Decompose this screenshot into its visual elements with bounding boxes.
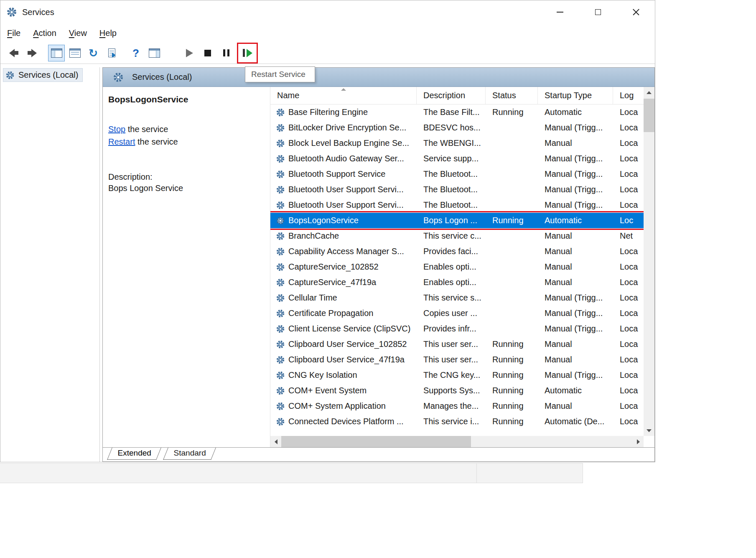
close-button[interactable] (617, 0, 655, 24)
export-list-button[interactable] (103, 45, 120, 61)
refresh-button[interactable]: ↻ (85, 45, 102, 61)
service-row[interactable]: Client License Service (ClipSVC)Provides… (270, 321, 644, 336)
service-name: Bluetooth User Support Servi... (288, 185, 404, 194)
pause-service-button[interactable] (218, 45, 234, 61)
menu-action[interactable]: Action (33, 28, 56, 38)
restart-service-button[interactable] (239, 45, 256, 61)
service-name-cell: COM+ System Application (270, 401, 417, 411)
tab-standard[interactable]: Standard (163, 448, 216, 460)
service-log-on-as: Loca (613, 278, 644, 287)
show-action-pane-button[interactable] (146, 45, 163, 61)
back-button[interactable] (5, 45, 22, 61)
column-header-description[interactable]: Description (417, 87, 486, 104)
services-node-icon (5, 71, 15, 80)
vertical-scrollbar[interactable] (644, 87, 654, 436)
service-description: BDESVC hos... (417, 123, 486, 132)
menu-view[interactable]: View (69, 28, 87, 38)
service-row[interactable]: COM+ Event SystemSupports Sys...RunningA… (270, 383, 644, 398)
column-header-status[interactable]: Status (486, 87, 538, 104)
service-log-on-as: Loca (613, 324, 644, 334)
service-row[interactable]: Block Level Backup Engine Se...The WBENG… (270, 135, 644, 151)
service-row[interactable]: Connected Devices Platform ...This servi… (270, 414, 644, 429)
service-name: Connected Devices Platform ... (288, 417, 404, 426)
service-gear-icon (276, 232, 285, 241)
service-name: CNG Key Isolation (288, 370, 357, 380)
service-startup-type: Manual (Trigg... (538, 308, 613, 318)
horizontal-scroll-thumb[interactable] (281, 436, 471, 447)
column-header-label: Name (277, 91, 299, 100)
start-service-button[interactable] (181, 45, 198, 61)
strip-divider (476, 464, 477, 483)
service-row[interactable]: Bluetooth Support ServiceThe Bluetoot...… (270, 166, 644, 182)
service-name-cell: Certificate Propagation (270, 308, 417, 318)
service-row[interactable]: Bluetooth User Support Servi...The Bluet… (270, 182, 644, 197)
services-pane: Services (Local) BopsLogonService Stop t… (102, 67, 655, 462)
horizontal-scrollbar[interactable] (270, 436, 644, 447)
maximize-button[interactable] (579, 0, 617, 24)
scroll-right-arrow[interactable] (633, 436, 644, 447)
restart-highlight-box (237, 43, 258, 64)
service-name-cell: COM+ Event System (270, 386, 417, 395)
service-row[interactable]: CNG Key IsolationThe CNG key...RunningMa… (270, 367, 644, 383)
service-log-on-as: Loca (613, 370, 644, 380)
horizontal-scroll-track[interactable] (281, 436, 633, 447)
service-name: Clipboard User Service_102852 (288, 339, 407, 349)
stop-service-button[interactable] (199, 45, 216, 61)
service-description: This user ser... (417, 339, 486, 349)
restart-service-link[interactable]: Restart (108, 137, 135, 146)
service-name-cell: Client License Service (ClipSVC) (270, 324, 417, 334)
service-row[interactable]: Bluetooth Audio Gateway Ser...Service su… (270, 151, 644, 166)
scroll-left-arrow[interactable] (270, 436, 281, 447)
forward-button[interactable] (24, 45, 41, 61)
service-startup-type: Manual (538, 138, 613, 148)
service-status: Running (486, 216, 538, 225)
service-description: The Bluetoot... (417, 200, 486, 210)
background-strip (0, 463, 583, 483)
service-row[interactable]: BranchCacheThis service c...ManualNet (270, 228, 644, 244)
description-label: Description: (108, 172, 266, 182)
menu-bar: FileActionViewHelp (0, 24, 655, 42)
service-row[interactable]: Capability Access Manager S...Provides f… (270, 244, 644, 259)
service-log-on-as: Loca (613, 185, 644, 194)
column-header-startup-type[interactable]: Startup Type (538, 87, 613, 104)
service-row[interactable]: Bluetooth User Support Servi...The Bluet… (270, 197, 644, 213)
service-row[interactable]: Base Filtering EngineThe Base Filt...Run… (270, 104, 644, 120)
column-header-name[interactable]: Name (270, 87, 417, 104)
service-log-on-as: Loca (613, 355, 644, 364)
vertical-scroll-track[interactable] (644, 98, 654, 425)
help-button[interactable]: ? (127, 45, 144, 61)
service-row[interactable]: CaptureService_47f19aEnables opti...Manu… (270, 275, 644, 290)
service-startup-type: Manual (538, 278, 613, 287)
service-row[interactable]: Clipboard User Service_47f19aThis user s… (270, 352, 644, 367)
properties-button[interactable] (66, 45, 83, 61)
menu-file[interactable]: File (7, 28, 20, 38)
menu-help[interactable]: Help (99, 28, 117, 38)
tree-item-services-local[interactable]: Services (Local) (3, 68, 83, 82)
service-status: Running (486, 339, 538, 349)
vertical-scroll-thumb[interactable] (644, 99, 654, 132)
scroll-down-arrow[interactable] (644, 425, 654, 436)
stop-service-link[interactable]: Stop (108, 125, 125, 134)
service-row[interactable]: Clipboard User Service_102852This user s… (270, 336, 644, 352)
service-gear-icon (276, 185, 285, 194)
minimize-button[interactable] (541, 0, 579, 24)
scroll-up-arrow[interactable] (644, 87, 654, 98)
service-description: This service c... (417, 231, 486, 241)
column-header-label: Startup Type (545, 91, 592, 100)
show-console-tree-button[interactable] (48, 45, 65, 61)
service-row[interactable]: Certificate PropagationCopies user ...Ma… (270, 306, 644, 321)
service-row[interactable]: Cellular TimeThis service s...Manual (Tr… (270, 290, 644, 306)
help-icon: ? (132, 48, 139, 59)
banner-services-icon (113, 72, 124, 83)
tab-extended[interactable]: Extended (107, 448, 161, 460)
service-row-selected[interactable]: BopsLogonServiceBops Logon ...RunningAut… (270, 213, 644, 228)
service-log-on-as: Loca (613, 293, 644, 303)
service-log-on-as: Loca (613, 123, 644, 132)
service-description: This service i... (417, 417, 486, 426)
column-header-log[interactable]: Log (613, 87, 644, 104)
service-row[interactable]: COM+ System ApplicationManages the...Run… (270, 398, 644, 414)
service-log-on-as: Loc (613, 216, 644, 225)
service-startup-type: Manual (538, 262, 613, 272)
service-row[interactable]: BitLocker Drive Encryption Se...BDESVC h… (270, 120, 644, 135)
service-row[interactable]: CaptureService_102852Enables opti...Manu… (270, 259, 644, 275)
